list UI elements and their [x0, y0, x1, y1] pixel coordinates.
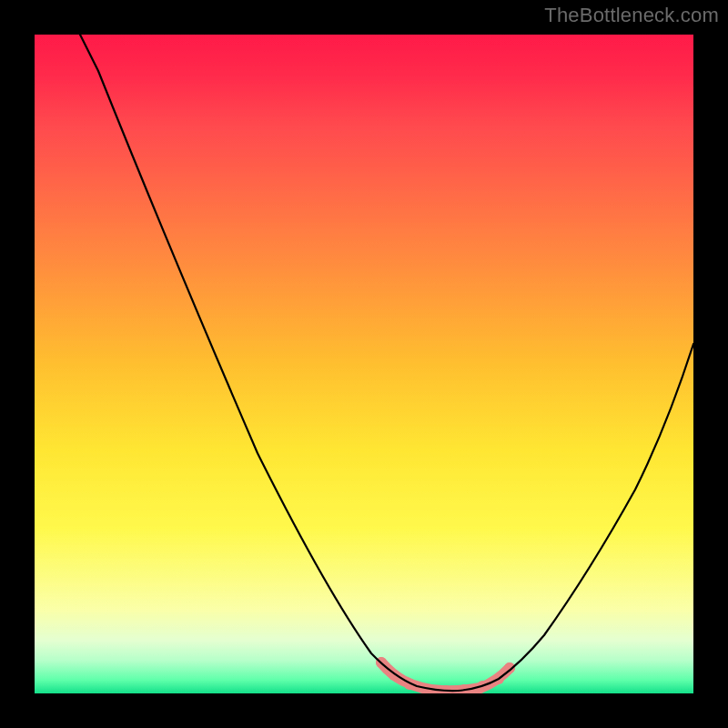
curve-layer — [35, 35, 693, 693]
bottleneck-curve — [76, 35, 693, 691]
attribution-text: TheBottleneck.com — [544, 4, 719, 27]
chart-frame: TheBottleneck.com — [0, 0, 728, 728]
plot-area — [35, 35, 693, 693]
